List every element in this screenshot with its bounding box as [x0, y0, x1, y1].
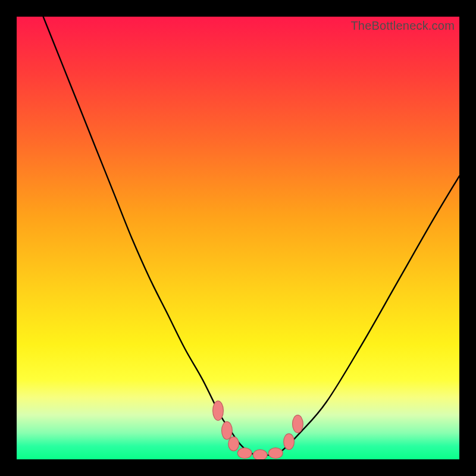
- chart-svg: [17, 17, 459, 459]
- bottleneck-curve: [43, 17, 459, 455]
- plot-area: TheBottleneck.com: [17, 17, 459, 459]
- marker: [213, 401, 224, 421]
- curve-markers: [213, 401, 303, 459]
- marker: [293, 415, 303, 433]
- chart-frame: TheBottleneck.com: [0, 0, 476, 476]
- marker: [268, 448, 283, 459]
- marker: [253, 450, 267, 459]
- marker: [228, 437, 239, 451]
- marker: [284, 434, 295, 450]
- marker: [222, 422, 233, 440]
- watermark-text: TheBottleneck.com: [350, 19, 455, 33]
- marker: [237, 448, 252, 459]
